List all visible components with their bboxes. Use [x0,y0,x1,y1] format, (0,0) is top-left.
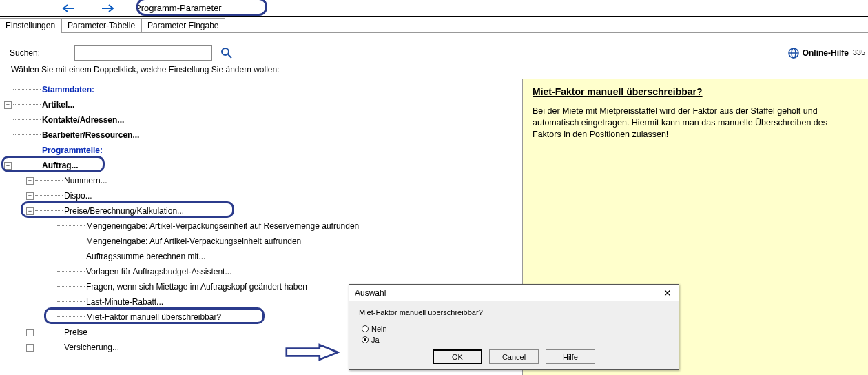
collapse-icon[interactable]: − [4,162,12,170]
cancel-button[interactable]: Cancel [489,349,539,364]
expand-icon[interactable]: + [26,329,34,336]
tab-parameter-eingabe[interactable]: Parameter Eingabe [141,18,225,32]
tab-bar: Einstellungen Parameter-Tabelle Paramete… [0,17,868,33]
tree-item-artikel[interactable]: + Artikel... [0,97,522,112]
search-label: Suchen: [10,48,40,58]
dialog-auswahl: Auswahl ✕ Miet-Faktor manuell überschrei… [349,284,679,370]
tree-item-kontakte[interactable]: Kontakte/Adressen... [0,112,522,128]
tree-item-vorlagen[interactable]: Vorlagen für Auftragsbudget-Assistent... [0,264,522,279]
info-title: Miet-Faktor manuell überschreibbar? [533,86,858,97]
dialog-titlebar: Auswahl ✕ [349,285,679,301]
tree-cat-stammdaten[interactable]: Stammdaten: [0,82,522,97]
radio-nein[interactable]: Nein [362,325,669,333]
online-help-label: Online-Hilfe [803,48,849,58]
tab-parameter-tabelle[interactable]: Parameter-Tabelle [61,18,141,32]
tree-item-auftrag[interactable]: − Auftrag... [0,158,522,173]
help-button[interactable]: Hilfe [546,349,595,364]
radio-nein-label: Nein [371,325,387,333]
close-icon[interactable]: ✕ [662,287,673,298]
tab-einstellungen[interactable]: Einstellungen [0,18,61,33]
dialog-question: Miet-Faktor manuell überschreibbar? [359,308,669,316]
expand-icon[interactable]: + [26,344,34,352]
tree-item-dispo[interactable]: + Dispo... [0,188,522,203]
tree-item-mengen2[interactable]: Mengeneingabe: Auf Artikel-Verpackungsei… [0,234,522,249]
search-icon[interactable] [220,47,233,59]
expand-icon[interactable]: + [26,192,34,200]
svg-point-0 [222,48,229,55]
tree-item-nummern[interactable]: + Nummern... [0,173,522,188]
radio-ja[interactable]: Ja [362,336,669,344]
expand-icon[interactable]: + [26,177,34,185]
info-body: Bei der Miete mit Mietpreisstaffel wird … [533,105,858,141]
radio-ja-label: Ja [371,336,380,344]
radio-icon [362,325,369,332]
page-title: Programm-Parameter [128,1,229,14]
tree-cat-programmteile[interactable]: Programmteile: [0,143,522,158]
radio-icon [362,336,369,343]
online-help-link[interactable]: Online-Hilfe [787,47,849,59]
globe-icon [787,47,800,59]
tree-item-bearbeiter[interactable]: Bearbeiter/Ressourcen... [0,128,522,143]
tree-item-mengen1[interactable]: Mengeneingabe: Artikel-Verpackungseinhei… [0,219,522,234]
collapse-icon[interactable]: − [26,207,34,215]
ok-button[interactable]: OK [433,349,482,364]
toolbar: Programm-Parameter [0,0,868,17]
forward-button[interactable] [101,3,114,14]
dialog-title: Auswahl [355,288,386,298]
back-button[interactable] [62,3,76,14]
hint-text: Wählen Sie mit einem Doppelklick, welche… [0,65,868,79]
search-input[interactable] [74,45,212,61]
search-row: Suchen: Online-Hilfe 335 [0,33,868,65]
svg-line-1 [228,54,231,58]
page-number: 335 [853,48,865,57]
tree-item-auftragssumme[interactable]: Auftragssumme berechnen mit... [0,249,522,264]
expand-icon[interactable]: + [4,101,12,109]
tree-item-preise-berechnung[interactable]: − Preise/Berechnung/Kalkulation... [0,203,522,219]
